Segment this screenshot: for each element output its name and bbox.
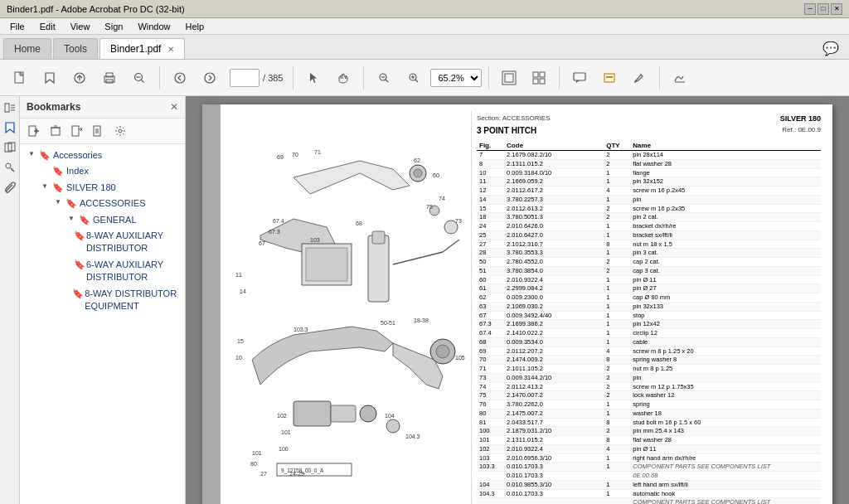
tree-arrow-general[interactable]: ▼ — [66, 214, 76, 223]
table-cell: 4 — [604, 444, 630, 453]
bookmarks-panel-icon[interactable] — [2, 119, 18, 136]
minimize-button[interactable]: ─ — [804, 3, 816, 15]
table-cell: 3.780.2262.0 — [504, 400, 604, 410]
pdf-viewer[interactable]: 69 70 71 67.4 67.3 67 68 62 60 73 74 75 — [186, 96, 849, 504]
tree-arrow-accessories[interactable]: ▼ — [27, 149, 36, 158]
svg-rect-27 — [5, 104, 9, 112]
table-row: 702.1474.009.28spring washer 8 — [477, 356, 821, 365]
table-row: 1032.010.6956.3/101right hand arm dx/rh/… — [477, 453, 821, 463]
table-cell: 1 — [604, 311, 630, 320]
svg-text:14: 14 — [240, 288, 246, 294]
bookmark-icon-general: 🔖 — [79, 214, 90, 226]
table-cell: 1 — [604, 480, 630, 489]
delete-bookmark-button[interactable] — [46, 122, 65, 140]
table-row: 1012.1311.015.28flat washer 28 — [477, 436, 821, 445]
pages-panel-icon[interactable] — [2, 139, 18, 156]
bookmark-icon-silver180: 🔖 — [52, 182, 64, 194]
prev-page-button[interactable] — [167, 65, 193, 91]
hand-tool[interactable] — [330, 65, 357, 91]
tab-home[interactable]: Home — [3, 38, 51, 59]
tree-arrow-silver180[interactable]: ▼ — [40, 182, 50, 191]
table-cell: cap Ø 80 mm — [630, 293, 821, 303]
tree-label-general: GENERAL — [93, 214, 137, 226]
menu-window[interactable]: Window — [131, 20, 177, 33]
tree-item-accessories[interactable]: ▼ 🔖 Accessories — [20, 148, 185, 163]
table-cell: 18 — [477, 213, 504, 222]
table-cell: COMPONENT PARTS SEE COMPONENTS LIST — [630, 498, 821, 504]
table-cell: 101 — [477, 436, 504, 445]
table-cell: bracket dx/rh/re — [630, 222, 821, 231]
highlight-button[interactable] — [596, 65, 623, 91]
sign-button[interactable] — [667, 65, 693, 91]
tree-item-index[interactable]: ▶ 🔖 Index — [20, 163, 185, 179]
table-cell: 3.780.2257.3 — [504, 195, 604, 204]
tree-item-accessories2[interactable]: ▼ 🔖 ACCESSORIES — [20, 196, 185, 211]
left-panel-icons — [0, 96, 20, 504]
sidebar-close-button[interactable]: ✕ — [170, 101, 178, 113]
message-icon[interactable]: 💬 — [822, 41, 839, 56]
settings-button[interactable] — [111, 122, 129, 140]
create-button[interactable] — [7, 65, 33, 91]
tree-label-accessories: Accessories — [53, 149, 102, 162]
page-number-input[interactable]: 9 — [230, 69, 260, 87]
menu-edit[interactable]: Edit — [33, 20, 62, 33]
tools-panel-icon[interactable] — [2, 159, 18, 176]
zoom-select[interactable]: 65.2% 50% 75% 100% 125% 150% 200% — [430, 69, 482, 87]
table-cell: screw m 16 p.2x35 — [630, 204, 821, 213]
bookmark-icon-index: 🔖 — [52, 165, 64, 177]
tree-item-general[interactable]: ▼ 🔖 GENERAL — [20, 212, 185, 228]
print-button[interactable] — [96, 65, 123, 91]
svg-text:11: 11 — [235, 272, 242, 278]
tab-bar: Home Tools Binder1.pdf ✕ 💬 — [0, 35, 849, 60]
tree-item-8way2[interactable]: ▶ 🔖 8-WAY DISTRIBUTOR EQUIPMENT — [20, 286, 185, 315]
menu-file[interactable]: File — [3, 20, 32, 33]
tab-tools-label: Tools — [64, 43, 87, 55]
tree-item-6way[interactable]: ▶ 🔖 6-WAY AUXILIARY DISTRIBUTOR — [20, 257, 185, 286]
table-row: 104.30.010.1703.31automatic hook — [477, 489, 821, 498]
tree-arrow-accessories2[interactable]: ▼ — [53, 197, 63, 206]
next-page-button[interactable] — [196, 65, 223, 91]
new-bookmark-button[interactable] — [25, 122, 43, 140]
zoom-out-button[interactable] — [371, 65, 397, 91]
comment-button[interactable] — [566, 65, 593, 91]
bookmark-icon-6way: 🔖 — [74, 259, 84, 271]
export-bookmark-button[interactable] — [68, 122, 86, 140]
scrolling-button[interactable] — [526, 65, 552, 91]
select-tool[interactable] — [300, 65, 327, 91]
svg-point-33 — [6, 163, 11, 168]
draw-button[interactable] — [626, 65, 653, 91]
table-cell: 67.3 — [477, 320, 504, 329]
attach-panel-icon[interactable] — [2, 179, 18, 196]
tab-doc[interactable]: Binder1.pdf ✕ — [99, 38, 185, 59]
tab-tools[interactable]: Tools — [53, 38, 98, 59]
svg-rect-20 — [540, 72, 545, 77]
bookmark-button[interactable] — [36, 65, 63, 91]
tab-close-icon[interactable]: ✕ — [167, 45, 174, 54]
more-options-button[interactable] — [90, 122, 108, 140]
table-cell: 1 — [604, 249, 630, 258]
menu-sign[interactable]: Sign — [98, 20, 129, 33]
table-cell: bracket sx/lft/li — [630, 230, 821, 240]
svg-line-14 — [415, 80, 418, 82]
table-cell: 67 — [477, 311, 504, 320]
table-cell: 2.0112.413.2 — [504, 382, 604, 391]
table-row: 72.1679.082.2/102pin 28x114 — [477, 151, 821, 160]
svg-text:70: 70 — [292, 152, 298, 158]
nav-panel-icon[interactable] — [2, 99, 18, 116]
table-cell: 1 — [604, 275, 630, 284]
table-cell: 62 — [477, 293, 504, 303]
tree-item-silver180[interactable]: ▼ 🔖 SILVER 180 — [20, 180, 185, 196]
zoom-out-tool[interactable] — [126, 65, 153, 91]
tree-item-8way1[interactable]: ▶ 🔖 8-WAY AUXILIARY DISTRIBUTOR — [20, 228, 185, 257]
svg-text:9_12158_00_0_A: 9_12158_00_0_A — [281, 468, 324, 474]
table-cell — [477, 472, 504, 481]
menu-help[interactable]: Help — [179, 20, 211, 33]
table-cell: 0.010.1703.3 — [504, 472, 604, 481]
menu-view[interactable]: View — [64, 20, 97, 33]
upload-button[interactable] — [66, 65, 93, 91]
fit-page-button[interactable] — [496, 65, 522, 91]
close-button[interactable]: ✕ — [831, 3, 842, 15]
maximize-button[interactable]: □ — [817, 3, 829, 15]
table-row: 0.010.1703.30E.00.68 — [477, 472, 821, 481]
zoom-in-button[interactable] — [400, 65, 427, 91]
